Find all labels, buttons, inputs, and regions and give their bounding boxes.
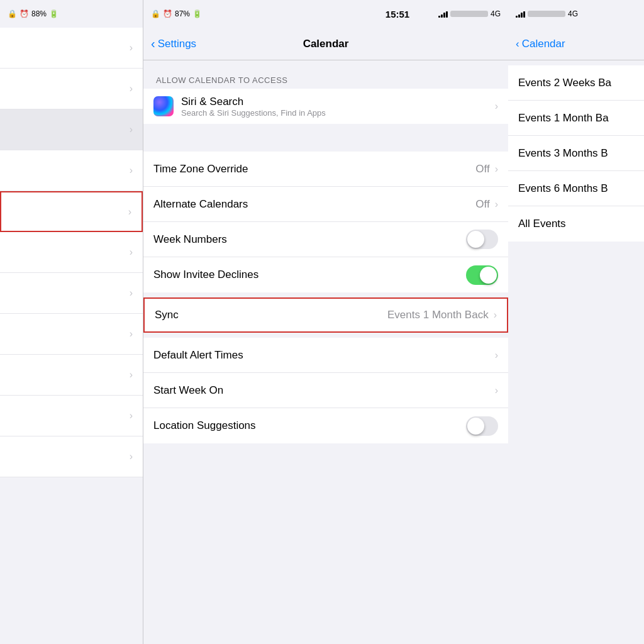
toggle-thumb [467,231,484,248]
sync-option[interactable]: Events 2 Weeks Ba [508,65,644,101]
left-status-icons: 🔒 ⏰ 88% 🔋 [8,9,58,18]
right-bottom-area [508,242,644,644]
battery-icon-middle: 🔋 [192,9,202,18]
siri-row[interactable]: Siri & Search Search & Siri Suggestions,… [143,89,508,124]
settings-content: ALLOW CALENDAR TO ACCESS Siri & Search S… [143,60,508,644]
chevron-right-icon: › [130,328,133,340]
signal-icon [516,10,525,18]
left-list: › › › › › › › › › › › [0,28,143,644]
sync-option[interactable]: Events 6 Months B [508,171,644,206]
alarm-icon: ⏰ [19,9,29,18]
default-alert-row[interactable]: Default Alert Times › [143,338,508,373]
chevron-right-icon: › [495,101,498,112]
sync-row[interactable]: Sync Events 1 Month Back › [143,297,508,333]
back-button[interactable]: ‹ Settings [151,36,196,51]
page-title: Calendar [303,38,349,50]
siri-group: Siri & Search Search & Siri Suggestions,… [143,89,508,124]
battery-middle: 87% [175,9,190,18]
battery-icon-left: 🔋 [49,9,58,18]
sync-option-label: Events 6 Months B [518,182,608,195]
list-item[interactable]: › [0,28,143,69]
chevron-right-icon: › [130,451,133,462]
sync-option[interactable]: Events 1 Month Ba [508,101,644,136]
battery-left: 88% [31,9,47,18]
location-suggestions-toggle[interactable] [466,416,498,436]
list-item[interactable]: › [0,69,143,109]
chevron-right-icon: › [130,42,133,53]
sync-option-all[interactable]: All Events [508,206,644,242]
settings-group-1: Time Zone Override Off › Alternate Calen… [143,152,508,292]
list-item[interactable]: › [0,396,143,436]
list-item[interactable]: › [0,150,143,191]
lock-icon: 🔒 [8,9,17,18]
toggle-thumb [467,418,484,435]
chevron-right-icon: › [130,287,133,299]
back-chevron-icon: ‹ [151,36,155,51]
bottom-spacer [143,448,508,524]
chevron-right-icon: › [128,206,131,218]
right-back-button[interactable]: ‹ Calendar [516,38,565,50]
week-numbers-label: Week Numbers [153,233,466,246]
siri-icon [153,96,174,116]
show-invitee-row[interactable]: Show Invitee Declines [143,257,508,292]
alternate-calendars-value: Off [475,198,489,211]
start-week-row[interactable]: Start Week On › [143,373,508,408]
sync-value: Events 1 Month Back [387,309,489,321]
week-numbers-toggle[interactable] [466,230,498,249]
chevron-right-icon: › [130,410,133,421]
status-bar-left: 🔒 ⏰ 88% 🔋 [0,0,143,28]
timezone-value: Off [475,163,489,175]
right-status-icons: 4G [516,9,578,18]
alternate-calendars-label: Alternate Calendars [153,198,475,211]
list-item[interactable]: › [0,273,143,314]
siri-subtitle: Search & Siri Suggestions, Find in Apps [181,108,495,118]
left-panel: 🔒 ⏰ 88% 🔋 › › › › › › › › › [0,0,143,644]
siri-label-stack: Siri & Search Search & Siri Suggestions,… [181,96,495,118]
right-nav-bar: ‹ Calendar [508,28,644,60]
list-item[interactable]: › [0,355,143,396]
list-item[interactable]: › [0,436,143,477]
back-label[interactable]: Settings [158,38,196,50]
nav-bar: ‹ Settings Calendar [143,28,508,60]
week-numbers-row[interactable]: Week Numbers [143,222,508,257]
sync-options-list: Events 2 Weeks Ba Events 1 Month Ba Even… [508,65,644,242]
right-panel: 4G ‹ Calendar Events 2 Weeks Ba Events 1… [508,0,644,644]
chevron-right-icon: › [495,385,498,396]
sync-option[interactable]: Events 3 Months B [508,136,644,171]
right-back-label[interactable]: Calendar [522,38,565,50]
list-item[interactable]: › [0,232,143,273]
location-suggestions-row[interactable]: Location Suggestions [143,408,508,443]
sync-option-label: Events 3 Months B [518,147,608,160]
chevron-right-icon: › [130,124,133,135]
status-bar-right: 4G [508,0,644,28]
network-type: 4G [491,9,501,18]
location-suggestions-label: Location Suggestions [153,419,466,432]
list-item[interactable]: › [0,314,143,355]
time-display: 15:51 [386,9,409,19]
show-invitee-label: Show Invitee Declines [153,269,466,281]
spacer [143,129,508,152]
list-item-selected[interactable]: › [0,191,143,232]
sync-option-label: All Events [518,218,566,230]
chevron-right-icon: › [495,350,498,361]
timezone-row[interactable]: Time Zone Override Off › [143,152,508,187]
chevron-right-icon: › [130,83,133,94]
sync-option-label: Events 2 Weeks Ba [518,77,611,89]
toggle-thumb [480,267,497,284]
chevron-right-icon: › [495,164,498,175]
chevron-right-icon: › [495,199,498,210]
carrier-name [450,11,488,17]
start-week-label: Start Week On [153,384,495,397]
chevron-right-icon: › [130,369,133,380]
show-invitee-toggle[interactable] [466,265,498,285]
lock-icon: 🔒 [151,9,160,18]
chevron-right-icon: › [130,247,133,258]
back-chevron-icon: ‹ [516,38,519,50]
list-item-highlighted[interactable]: › [0,109,143,150]
alternate-calendars-row[interactable]: Alternate Calendars Off › [143,187,508,222]
signal-icon [438,10,448,18]
middle-panel: 🔒 ⏰ 87% 🔋 15:51 4G ‹ Settings Calendar A… [143,0,508,644]
left-status-group: 🔒 ⏰ 87% 🔋 [151,9,202,18]
right-status-group: 4G [438,9,501,18]
sync-option-label: Events 1 Month Ba [518,112,609,125]
